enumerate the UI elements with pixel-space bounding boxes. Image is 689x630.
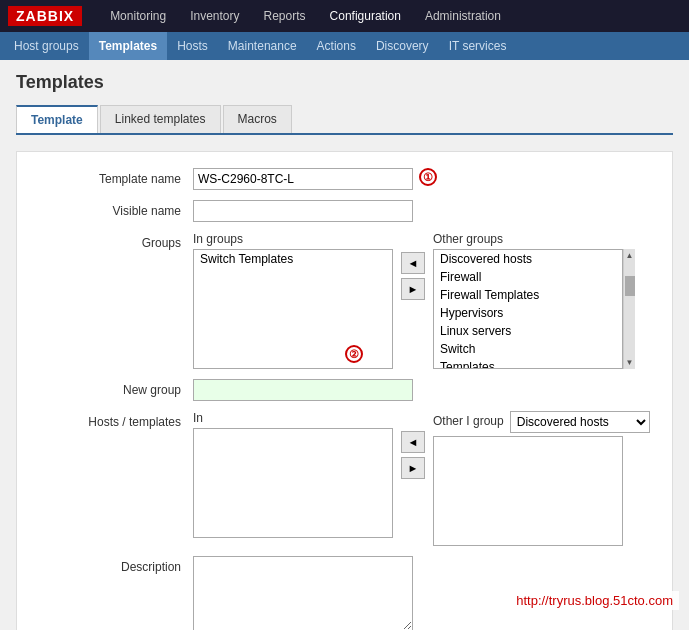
- list-item[interactable]: Hypervisors: [434, 304, 622, 322]
- other-groups-section: Other groups Discovered hosts Firewall F…: [433, 232, 635, 369]
- hosts-templates-row: Hosts / templates In ◄ ► Other I group: [33, 411, 656, 546]
- description-input[interactable]: [193, 556, 413, 630]
- tab-template[interactable]: Template: [16, 105, 98, 133]
- template-name-row: Template name ①: [33, 168, 656, 190]
- other-groups-listbox[interactable]: Discovered hosts Firewall Firewall Templ…: [433, 249, 623, 369]
- hosts-in-listbox[interactable]: [193, 428, 393, 538]
- nav-monitoring[interactable]: Monitoring: [98, 0, 178, 32]
- visible-name-input[interactable]: [193, 200, 413, 222]
- tab-macros[interactable]: Macros: [223, 105, 292, 133]
- scroll-up-arrow[interactable]: ▲: [624, 249, 636, 262]
- description-label: Description: [33, 556, 193, 574]
- tabs-bar: Template Linked templates Macros: [16, 105, 673, 135]
- nav-actions[interactable]: Actions: [307, 32, 366, 60]
- new-group-row: New group: [33, 379, 656, 401]
- in-groups-label: In groups: [193, 232, 393, 246]
- in-groups-section: In groups Switch Templates ②: [193, 232, 393, 369]
- nav-templates[interactable]: Templates: [89, 32, 167, 60]
- visible-name-row: Visible name: [33, 200, 656, 222]
- hosts-move-left-button[interactable]: ◄: [401, 431, 425, 453]
- hosts-transfer-buttons: ◄ ►: [401, 411, 425, 479]
- other-groups-label: Other groups: [433, 232, 635, 246]
- hosts-in-section: In: [193, 411, 393, 538]
- new-group-input[interactable]: [193, 379, 413, 401]
- top-nav-items: Monitoring Inventory Reports Configurati…: [98, 0, 513, 32]
- form-container: Template name ① Visible name Groups In g…: [16, 151, 673, 630]
- page-content: Templates Template Linked templates Macr…: [0, 60, 689, 630]
- hosts-in-label: In: [193, 411, 393, 425]
- hosts-move-right-button[interactable]: ►: [401, 457, 425, 479]
- move-right-button[interactable]: ►: [401, 278, 425, 300]
- nav-maintenance[interactable]: Maintenance: [218, 32, 307, 60]
- hosts-templates-label: Hosts / templates: [33, 411, 193, 429]
- list-item[interactable]: Firewall: [434, 268, 622, 286]
- top-navigation: ZABBIX Monitoring Inventory Reports Conf…: [0, 0, 689, 32]
- list-item[interactable]: Linux servers: [434, 322, 622, 340]
- move-left-button[interactable]: ◄: [401, 252, 425, 274]
- groups-row: Groups In groups Switch Templates ② ◄: [33, 232, 656, 369]
- groups-content: In groups Switch Templates ② ◄ ►: [193, 232, 635, 369]
- visible-name-label: Visible name: [33, 200, 193, 218]
- tab-linked-templates[interactable]: Linked templates: [100, 105, 221, 133]
- second-navigation: Host groups Templates Hosts Maintenance …: [0, 32, 689, 60]
- scroll-down-arrow[interactable]: ▼: [624, 356, 636, 369]
- new-group-label: New group: [33, 379, 193, 397]
- zabbix-logo: ZABBIX: [8, 6, 82, 26]
- badge-1: ①: [419, 168, 437, 186]
- groups-transfer-buttons: ◄ ►: [401, 232, 425, 300]
- in-groups-listbox[interactable]: Switch Templates: [193, 249, 393, 369]
- description-row: Description: [33, 556, 656, 630]
- groups-label: Groups: [33, 232, 193, 250]
- nav-host-groups[interactable]: Host groups: [4, 32, 89, 60]
- scroll-thumb[interactable]: [625, 276, 635, 296]
- nav-it-services[interactable]: IT services: [439, 32, 517, 60]
- hosts-content: In ◄ ► Other I group Discovered hosts Fi…: [193, 411, 650, 546]
- badge-2: ②: [345, 345, 363, 363]
- template-name-input[interactable]: [193, 168, 413, 190]
- list-item[interactable]: Firewall Templates: [434, 286, 622, 304]
- page-title: Templates: [16, 72, 673, 93]
- other-group-select[interactable]: Discovered hosts Firewall Linux servers …: [510, 411, 650, 433]
- list-item[interactable]: Templates: [434, 358, 622, 369]
- list-item[interactable]: Switch: [434, 340, 622, 358]
- list-item[interactable]: Discovered hosts: [434, 250, 622, 268]
- nav-configuration[interactable]: Configuration: [318, 0, 413, 32]
- scrollbar[interactable]: ▲ ▼: [623, 249, 635, 369]
- nav-inventory[interactable]: Inventory: [178, 0, 251, 32]
- nav-administration[interactable]: Administration: [413, 0, 513, 32]
- other-group-label: Other I group: [433, 414, 504, 428]
- nav-hosts[interactable]: Hosts: [167, 32, 218, 60]
- nav-discovery[interactable]: Discovery: [366, 32, 439, 60]
- hosts-other-section: Other I group Discovered hosts Firewall …: [433, 411, 650, 546]
- hosts-other-listbox[interactable]: [433, 436, 623, 546]
- template-name-label: Template name: [33, 168, 193, 186]
- nav-reports[interactable]: Reports: [252, 0, 318, 32]
- list-item[interactable]: Switch Templates: [194, 250, 392, 268]
